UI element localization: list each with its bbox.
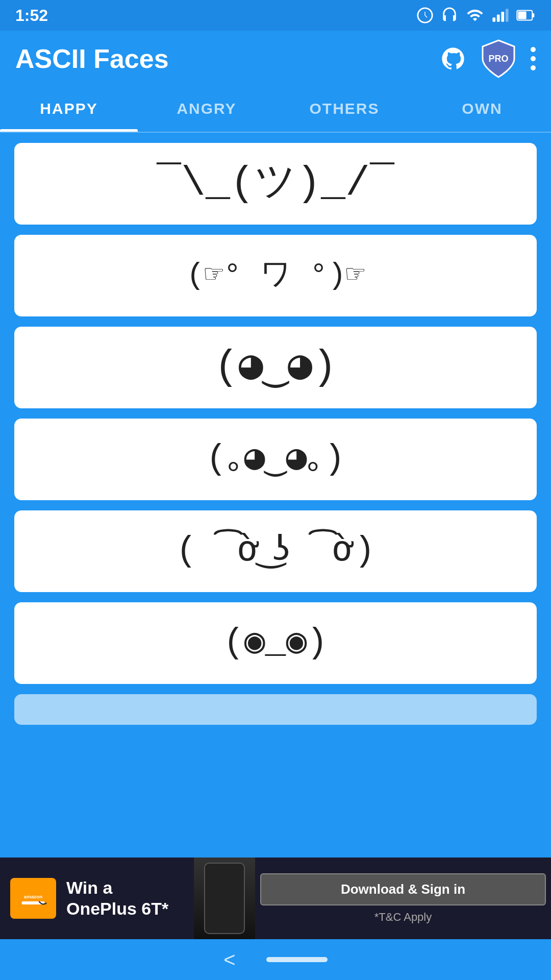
face-text-shrug: ¯\_(ツ)_/¯ [157, 163, 394, 204]
ad-phone-image [194, 857, 255, 939]
ad-main-text: Win a OnePlus 6T* [66, 877, 184, 919]
face-card-shrug[interactable]: ¯\_(ツ)_/¯ [14, 143, 537, 225]
svg-rect-6 [518, 12, 526, 19]
tab-angry[interactable]: ANGRY [138, 86, 276, 132]
app-title: ASCII Faces [15, 43, 169, 74]
menu-button[interactable] [531, 47, 536, 70]
svg-rect-3 [506, 9, 509, 22]
signal-icon [492, 7, 509, 24]
face-text-happy4: (◉_◉) [223, 626, 328, 660]
svg-rect-2 [501, 12, 504, 22]
pro-button[interactable]: PRO [481, 39, 516, 78]
ad-text-block: Win a OnePlus 6T* [66, 877, 184, 919]
tab-own[interactable]: OWN [413, 86, 551, 132]
tab-bar: HAPPY ANGRY OTHERS OWN [0, 87, 551, 133]
svg-text:amazon: amazon [24, 894, 42, 899]
alarm-icon [416, 7, 434, 24]
ad-phone-inner [204, 863, 245, 934]
svg-rect-1 [497, 15, 500, 22]
amazon-logo: amazon [10, 878, 56, 919]
status-time: 1:52 [15, 6, 48, 25]
face-card-partial[interactable] [14, 694, 537, 725]
palette-icon [440, 45, 466, 72]
bottom-nav-bar: < [0, 939, 551, 980]
face-text-happy3: ( ͡ờ ͜ʖ ͡ờ) [176, 534, 375, 569]
palette-button[interactable] [440, 45, 466, 72]
faces-list: ¯\_(ツ)_/¯ (☞° ワ °)☞ (◕‿◕) (｡◕‿◕｡) ( ͡ờ ͜… [0, 133, 551, 735]
app-header: ASCII Faces PRO [0, 31, 551, 87]
more-icon [531, 47, 536, 70]
tab-happy[interactable]: HAPPY [0, 86, 138, 132]
shield-pro-icon: PRO [481, 39, 516, 78]
battery-icon [516, 7, 536, 24]
ad-download-button[interactable]: Download & Sign in [260, 873, 546, 905]
face-card-happy4[interactable]: (◉_◉) [14, 602, 537, 684]
face-text-happy1: (◕‿◕) [214, 347, 337, 388]
face-text-happy2: (｡◕‿◕｡) [206, 442, 345, 477]
ad-banner[interactable]: amazon Win a OnePlus 6T* Download & Sign… [0, 857, 551, 939]
tab-others[interactable]: OTHERS [276, 86, 413, 132]
face-card-happy2[interactable]: (｡◕‿◕｡) [14, 419, 537, 500]
amazon-icon: amazon [18, 886, 48, 911]
headphone-icon [441, 7, 458, 24]
ad-right-section: Download & Sign in *T&C Apply [255, 857, 551, 939]
svg-rect-5 [532, 13, 534, 17]
face-card-happy3[interactable]: ( ͡ờ ͜ʖ ͡ờ) [14, 510, 537, 592]
header-icons: PRO [440, 39, 536, 78]
wifi-icon [465, 7, 485, 24]
status-icons [416, 7, 536, 24]
back-button[interactable]: < [223, 948, 235, 971]
face-card-point[interactable]: (☞° ワ °)☞ [14, 235, 537, 316]
ad-left-section: amazon Win a OnePlus 6T* [0, 857, 194, 939]
home-indicator[interactable] [266, 957, 328, 962]
svg-rect-0 [492, 17, 495, 22]
face-text-point: (☞° ワ °)☞ [186, 260, 364, 291]
svg-text:PRO: PRO [488, 54, 508, 64]
status-bar: 1:52 [0, 0, 551, 31]
ad-tc-text: *T&C Apply [374, 911, 432, 924]
face-card-happy1[interactable]: (◕‿◕) [14, 327, 537, 408]
